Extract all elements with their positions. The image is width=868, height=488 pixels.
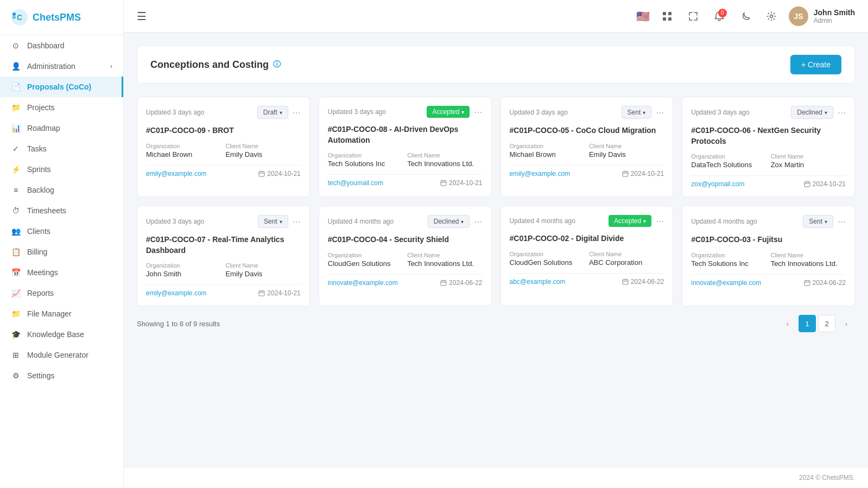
proposal-card-C01P-COCO-06: Updated 3 days ago Declined ▾ ··· #C01P-…: [682, 97, 855, 197]
page-1-button[interactable]: 1: [799, 315, 816, 332]
pagination: ‹ 1 2 ›: [779, 315, 855, 332]
nav-label-sprints: Sprints: [27, 165, 51, 174]
card-email[interactable]: innovate@example.com: [691, 279, 761, 287]
nav-icon-proposals: 📄: [11, 82, 21, 92]
org-field: Organization Tech Solutions Inc: [691, 252, 766, 268]
card-email[interactable]: zox@yopmail.com: [691, 180, 744, 188]
proposals-grid: Updated 3 days ago Draft ▾ ··· #C01P-COC…: [137, 97, 855, 306]
status-badge[interactable]: Declined ▾: [428, 215, 470, 228]
org-label: Organization: [510, 251, 585, 257]
sidebar-item-roadmap[interactable]: 📊 Roadmap: [0, 118, 123, 138]
apps-icon[interactable]: [658, 8, 676, 25]
sidebar-item-settings[interactable]: ⚙ Settings: [0, 365, 123, 386]
sidebar-item-administration[interactable]: 👤 Administration ›: [0, 56, 123, 77]
sidebar-item-meetings[interactable]: 📅 Meetings: [0, 262, 123, 283]
notifications-icon[interactable]: 0: [711, 8, 728, 25]
theme-toggle[interactable]: [737, 8, 754, 25]
card-header: Updated 3 days ago Declined ▾ ···: [691, 106, 846, 119]
sidebar-item-reports[interactable]: 📈 Reports: [0, 283, 123, 303]
info-icon[interactable]: ⓘ: [273, 60, 281, 69]
user-profile[interactable]: JS John Smith Admin: [789, 7, 855, 26]
status-chevron-icon: ▾: [825, 110, 827, 116]
status-badge[interactable]: Sent ▾: [803, 215, 833, 228]
sidebar-item-timesheets[interactable]: ⏱ Timesheets: [0, 200, 123, 221]
fullscreen-icon[interactable]: [685, 8, 702, 25]
org-field: Organization Michael Brown: [146, 143, 221, 159]
card-menu-dots[interactable]: ···: [838, 216, 846, 227]
logo-icon: C: [11, 9, 28, 26]
status-badge[interactable]: Sent ▾: [622, 106, 652, 119]
sidebar-item-billing[interactable]: 📋 Billing: [0, 242, 123, 262]
client-value: ABC Corporation: [589, 258, 664, 267]
card-email[interactable]: tech@youmail.com: [328, 179, 383, 187]
page-2-button[interactable]: 2: [818, 315, 835, 332]
sidebar-item-dashboard[interactable]: ⊙ Dashboard: [0, 35, 123, 56]
sidebar-item-sprints[interactable]: ⚡ Sprints: [0, 159, 123, 180]
card-menu-dots[interactable]: ···: [656, 107, 664, 118]
calendar-icon: [440, 280, 447, 286]
hamburger-menu[interactable]: ☰: [137, 10, 147, 23]
proposal-card-C01P-COCO-03: Updated 4 months ago Sent ▾ ··· #C01P-CO…: [682, 206, 855, 306]
card-email[interactable]: emily@example.com: [146, 289, 207, 297]
nav-label-clients: Clients: [27, 227, 50, 236]
status-badge[interactable]: Accepted ▾: [427, 106, 470, 118]
footer-text: 2024 © ChetsPMS.: [799, 474, 855, 481]
nav-label-knowledge-base: Knowledge Base: [27, 330, 84, 339]
status-badge[interactable]: Accepted ▾: [609, 215, 651, 227]
card-menu-dots[interactable]: ···: [474, 216, 482, 227]
card-menu-dots[interactable]: ···: [293, 107, 301, 118]
create-button[interactable]: + Create: [790, 55, 841, 74]
nav-icon-settings: ⚙: [11, 371, 21, 381]
status-badge[interactable]: Sent ▾: [258, 215, 288, 228]
nav-icon-roadmap: 📊: [11, 123, 21, 133]
sidebar-item-knowledge-base[interactable]: 🎓 Knowledge Base: [0, 324, 123, 345]
chevron-icon: ›: [110, 62, 112, 70]
card-email[interactable]: innovate@example.com: [328, 279, 398, 287]
showing-text: Showing 1 to 8 of 9 results: [137, 320, 220, 328]
calendar-icon: [258, 290, 265, 296]
sidebar-item-projects[interactable]: 📁 Projects: [0, 97, 123, 118]
client-field: Client Name Tech Innovations Ltd.: [407, 252, 482, 268]
nav-label-meetings: Meetings: [27, 268, 58, 277]
card-fields: Organization John Smith Client Name Emil…: [146, 262, 301, 278]
svg-rect-4: [663, 12, 666, 15]
calendar-icon: [258, 170, 265, 177]
next-page-button[interactable]: ›: [838, 315, 855, 332]
svg-text:C: C: [17, 13, 22, 22]
sidebar-item-file-manager[interactable]: 📁 File Manager: [0, 303, 123, 324]
nav-icon-administration: 👤: [11, 61, 21, 71]
card-updated: Updated 3 days ago: [146, 218, 204, 225]
sidebar-item-module-generator[interactable]: ⊞ Module Generator: [0, 345, 123, 365]
card-menu-dots[interactable]: ···: [474, 106, 482, 118]
client-field: Client Name ABC Corporation: [589, 251, 664, 267]
client-value: Emily Davis: [225, 150, 300, 159]
language-flag[interactable]: 🇺🇸: [636, 10, 650, 23]
status-badge[interactable]: Declined ▾: [791, 106, 833, 119]
nav-label-timesheets: Timesheets: [27, 206, 66, 215]
sidebar-item-backlog[interactable]: ≡ Backlog: [0, 180, 123, 200]
card-menu-dots[interactable]: ···: [656, 216, 664, 227]
card-menu-dots[interactable]: ···: [293, 216, 301, 227]
prev-page-button[interactable]: ‹: [779, 315, 796, 332]
nav-icon-sprints: ⚡: [11, 164, 21, 174]
org-label: Organization: [328, 152, 403, 159]
card-email[interactable]: emily@example.com: [510, 170, 571, 178]
card-email[interactable]: emily@example.com: [146, 170, 207, 178]
client-label: Client Name: [407, 252, 482, 258]
app-logo-text: ChetsPMS: [33, 12, 81, 23]
card-updated: Updated 3 days ago: [328, 108, 386, 116]
card-email[interactable]: abc@example.com: [510, 278, 566, 286]
status-badge[interactable]: Draft ▾: [257, 106, 288, 119]
card-title: #C01P-COCO-02 - Digital Divide: [510, 233, 664, 244]
page-content: Conceptions and Costing ⓘ + Create Updat…: [124, 33, 868, 467]
top-header: ☰ 🇺🇸 0: [124, 0, 868, 33]
sidebar-item-tasks[interactable]: ✓ Tasks: [0, 138, 123, 159]
nav-label-billing: Billing: [27, 248, 47, 256]
sidebar-item-clients[interactable]: 👥 Clients: [0, 221, 123, 242]
card-menu-dots[interactable]: ···: [838, 107, 846, 118]
nav-label-administration: Administration: [27, 62, 75, 71]
nav-label-file-manager: File Manager: [27, 309, 72, 318]
card-footer: emily@example.com 2024-10-21: [146, 165, 301, 178]
settings-icon[interactable]: [763, 8, 780, 25]
sidebar-item-proposals[interactable]: 📄 Proposals (CoCo): [0, 77, 123, 97]
